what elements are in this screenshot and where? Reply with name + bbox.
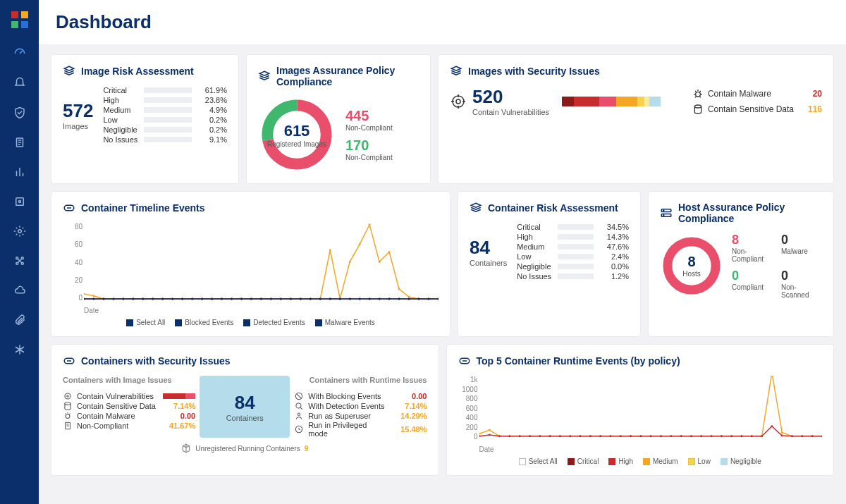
card-container-sec-issues: Containers with Security Issues Containe…: [51, 345, 439, 475]
card-title-text: Image Risk Assessment: [81, 66, 194, 77]
risk-row: Low0.2%: [103, 116, 227, 124]
layers-icon: [63, 65, 75, 78]
svg-point-211: [771, 425, 773, 427]
legend-item[interactable]: Medium: [643, 457, 678, 465]
risk-label: Critical: [517, 223, 553, 231]
svg-point-95: [92, 297, 94, 300]
risk-pct: 23.8%: [196, 96, 227, 104]
unreg-label: Unregistered Running Containers: [195, 445, 300, 453]
risk-row: Medium4.9%: [103, 106, 227, 114]
svg-point-197: [630, 435, 632, 437]
legend-item[interactable]: Select All: [519, 457, 558, 465]
svg-point-45: [329, 249, 331, 251]
card-container-risk: Container Risk Assessment 84 Containers …: [458, 192, 640, 336]
risk-pct: 1.2%: [598, 272, 629, 281]
svg-point-96: [102, 297, 104, 300]
host-stat: 0Malware: [781, 233, 822, 263]
clipboard-icon: [63, 421, 73, 431]
image-risk-label: Images: [63, 122, 93, 130]
svg-point-99: [132, 297, 134, 300]
nav-analytics-icon[interactable]: [7, 159, 32, 185]
svg-point-143: [296, 403, 301, 408]
svg-point-195: [609, 435, 611, 437]
risk-bar: [144, 137, 192, 142]
svg-point-18: [694, 105, 701, 108]
card-image-risk: Image Risk Assessment 572 Images Critica…: [51, 55, 238, 183]
svg-point-11: [21, 262, 23, 264]
svg-point-209: [750, 435, 752, 437]
risk-row: No Issues9.1%: [103, 135, 227, 144]
layers-icon: [450, 65, 462, 78]
svg-point-125: [388, 297, 391, 300]
risk-label: Negligible: [103, 125, 140, 134]
nav-apps-icon[interactable]: [7, 248, 32, 273]
svg-point-199: [649, 435, 651, 437]
target-icon: [450, 93, 467, 110]
page-title: Dashboard: [56, 11, 829, 33]
nav-alerts-icon[interactable]: [7, 70, 32, 96]
bug-icon: [63, 411, 73, 421]
svg-point-185: [508, 435, 510, 437]
risk-row: High14.3%: [517, 233, 629, 241]
legend-item[interactable]: Malware Events: [315, 319, 375, 326]
risk-label: High: [517, 233, 553, 241]
svg-rect-1: [21, 11, 28, 18]
risk-pct: 47.6%: [598, 242, 629, 251]
nav-attachment-icon[interactable]: [7, 307, 32, 333]
risk-row: Low2.4%: [517, 252, 629, 261]
svg-point-123: [369, 297, 371, 300]
svg-point-192: [579, 435, 581, 437]
svg-point-194: [599, 435, 601, 437]
svg-point-105: [191, 297, 193, 300]
host-stat: 0Non-Scanned: [781, 269, 822, 299]
risk-row: No Issues1.2%: [517, 272, 629, 281]
svg-point-8: [16, 257, 18, 259]
risk-row: High23.8%: [103, 96, 227, 104]
bug-icon: [692, 88, 704, 99]
svg-point-119: [329, 297, 331, 300]
svg-point-212: [780, 434, 783, 436]
legend-item[interactable]: Negligible: [721, 457, 761, 465]
nav-dashboard-icon[interactable]: [7, 41, 32, 66]
risk-pct: 0.0%: [598, 262, 629, 271]
sensitive-val: 116: [798, 104, 822, 114]
svg-point-184: [498, 435, 501, 437]
nav-security-icon[interactable]: [7, 100, 32, 125]
nav-clipboard-icon[interactable]: [7, 130, 32, 155]
legend-item[interactable]: Detected Events: [243, 319, 305, 326]
csi-row: Run in Privileged mode15.48%: [294, 421, 427, 438]
svg-point-113: [270, 297, 272, 300]
risk-bar: [144, 87, 192, 93]
risk-pct: 4.9%: [196, 106, 227, 114]
nav-cloud-icon[interactable]: [7, 278, 32, 303]
legend-item[interactable]: Select All: [126, 319, 165, 326]
svg-point-94: [84, 297, 85, 300]
svg-point-137: [65, 393, 70, 399]
legend-item[interactable]: Blocked Events: [175, 319, 233, 326]
svg-point-130: [437, 297, 439, 300]
donut-chart: 8 Hosts: [660, 234, 723, 297]
svg-point-205: [710, 435, 712, 437]
svg-point-53: [408, 296, 410, 298]
svg-point-214: [801, 435, 803, 437]
svg-point-201: [670, 435, 672, 437]
svg-point-200: [660, 435, 662, 437]
card-title-text: Container Timeline Events: [81, 202, 205, 214]
card-title-text: Host Assurance Policy Compliance: [678, 202, 822, 224]
legend-item[interactable]: Critical: [568, 457, 599, 465]
risk-row: Critical61.9%: [103, 86, 227, 94]
stacked-bar: [562, 97, 680, 106]
nav-layers-icon[interactable]: [7, 189, 32, 214]
nav-settings-icon[interactable]: [7, 219, 32, 244]
svg-point-144: [298, 413, 301, 416]
svg-point-110: [240, 297, 243, 300]
legend-item[interactable]: Low: [688, 457, 711, 465]
main: Dashboard Image Risk Assessment 572 Imag…: [39, 0, 846, 504]
svg-point-124: [379, 297, 381, 300]
risk-pct: 0.2%: [196, 116, 227, 124]
card-host-assurance: Host Assurance Policy Compliance 8 Hosts…: [649, 192, 833, 336]
card-image-assurance: Images Assurance Policy Compliance 615 R…: [247, 55, 430, 183]
nav-asterisk-icon[interactable]: [7, 337, 32, 362]
csi-row: Contain Malware0.00: [63, 411, 195, 421]
legend-item[interactable]: High: [608, 457, 633, 465]
